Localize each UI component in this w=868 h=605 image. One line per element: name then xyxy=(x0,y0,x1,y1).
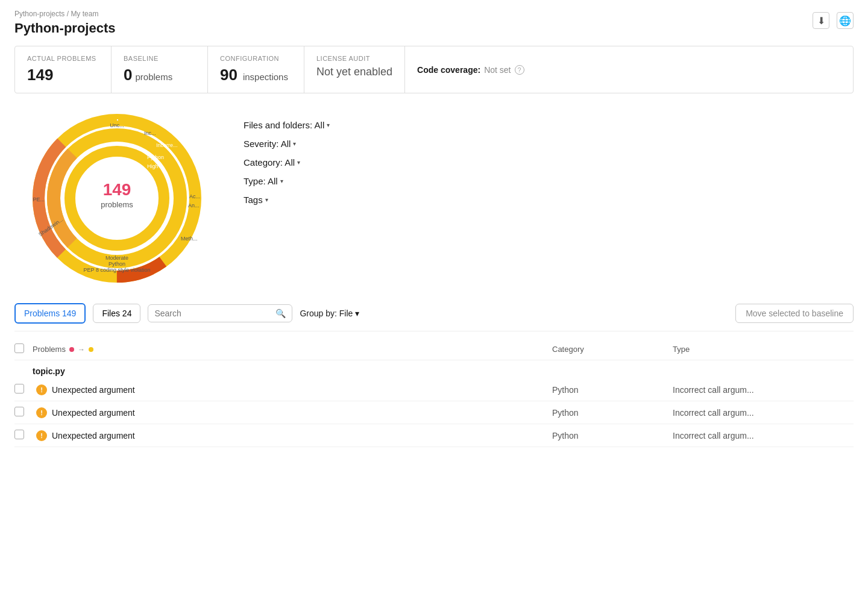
donut-center-label: problems xyxy=(101,200,133,209)
problem-name-3: Unexpected argument xyxy=(52,431,135,440)
col-problems-header: Problems → xyxy=(33,345,552,354)
globe-icon[interactable]: 🌐 xyxy=(837,12,854,29)
severity-icon-3: ! xyxy=(36,430,47,441)
license-block: LICENSE AUDIT Not yet enabled xyxy=(304,46,405,93)
code-coverage-block: Code coverage: Not set ? xyxy=(405,46,853,93)
move-baseline-button[interactable]: Move selected to baseline xyxy=(735,304,854,323)
actual-problems-label: ACTUAL PROBLEMS xyxy=(27,55,99,62)
label-high: High xyxy=(147,163,159,169)
code-coverage-label: Code coverage: xyxy=(417,65,480,75)
donut-container: PEP 8 coding style violation Python Mode… xyxy=(27,108,207,289)
chevron-groupby-icon: ▾ xyxy=(355,309,359,318)
label-unc: Unc... xyxy=(110,122,124,128)
search-icon: 🔍 xyxy=(275,309,286,318)
label-incorre: Incorre... xyxy=(156,142,178,148)
problem-category-3: Python xyxy=(552,431,673,440)
chart-area: PEP 8 coding style violation Python Mode… xyxy=(14,108,219,289)
filter-category: Category: All ▾ xyxy=(244,157,854,168)
col-category-header: Category xyxy=(552,345,673,354)
filter-tags-label: Tags xyxy=(244,195,263,205)
license-label: LICENSE AUDIT xyxy=(316,55,392,62)
filter-type-label: Type: All xyxy=(244,176,278,186)
baseline-sub: problems xyxy=(135,72,172,82)
problem-name-1: Unexpected argument xyxy=(52,385,135,395)
configuration-sub: inspections xyxy=(243,72,288,82)
label-python-bottom: Python xyxy=(108,261,125,267)
license-value: Not yet enabled xyxy=(316,66,392,78)
chevron-tags-icon: ▾ xyxy=(265,196,268,203)
chevron-files-icon: ▾ xyxy=(327,122,330,128)
configuration-block: CONFIGURATION 90 inspections xyxy=(208,46,304,93)
help-icon[interactable]: ? xyxy=(515,65,524,75)
label-inc: Inc... xyxy=(144,130,156,136)
filter-tags: Tags ▾ xyxy=(244,195,854,205)
col-type-header: Type xyxy=(673,345,854,354)
filter-severity: Severity: All ▾ xyxy=(244,139,854,149)
filter-files: Files and folders: All ▾ xyxy=(244,120,854,130)
actual-problems-block: ACTUAL PROBLEMS 149 xyxy=(15,46,112,93)
filter-category-label: Category: All xyxy=(244,157,295,168)
problem-type-3: Incorrect call argum... xyxy=(673,431,854,440)
breadcrumb: Python-projects / My team xyxy=(14,10,854,18)
filter-type-link[interactable]: Type: All ▾ xyxy=(244,176,283,186)
table-row: ! Unexpected argument Python Incorrect c… xyxy=(14,401,854,424)
row-checkbox-2[interactable] xyxy=(14,407,24,416)
toolbar: Problems 149 Files 24 🔍 Group by: File ▾… xyxy=(14,303,854,331)
donut-svg: PEP 8 coding style violation Python Mode… xyxy=(27,108,207,289)
actual-problems-value: 149 xyxy=(27,66,99,84)
stats-row: ACTUAL PROBLEMS 149 BASELINE 0 problems … xyxy=(14,46,854,93)
severity-icon-1: ! xyxy=(36,384,47,395)
problem-type-1: Incorrect call argum... xyxy=(673,385,854,395)
file-group-label: topic.py xyxy=(14,360,854,378)
label-ac: Ac... xyxy=(189,193,200,199)
row-checkbox-3[interactable] xyxy=(14,430,24,439)
groupby-label: Group by: File xyxy=(300,309,353,318)
problem-name-2: Unexpected argument xyxy=(52,408,135,418)
baseline-block: BASELINE 0 problems xyxy=(112,46,208,93)
label-meth: Meth... xyxy=(181,236,198,242)
main-content: PEP 8 coding style violation Python Mode… xyxy=(14,108,854,289)
filter-severity-link[interactable]: Severity: All ▾ xyxy=(244,139,296,149)
tab-problems-button[interactable]: Problems 149 xyxy=(14,303,86,324)
filter-severity-label: Severity: All xyxy=(244,139,291,149)
table-row: ! Unexpected argument Python Incorrect c… xyxy=(14,424,854,447)
severity-icon-2: ! xyxy=(36,407,47,418)
filter-tags-link[interactable]: Tags ▾ xyxy=(244,195,268,205)
arrow-right-icon: → xyxy=(78,345,85,354)
label-python-top: Python xyxy=(147,154,164,160)
baseline-label: BASELINE xyxy=(124,55,195,62)
filter-files-link[interactable]: Files and folders: All ▾ xyxy=(244,120,330,130)
problem-type-2: Incorrect call argum... xyxy=(673,408,854,418)
groupby-button[interactable]: Group by: File ▾ xyxy=(300,309,359,318)
configuration-label: CONFIGURATION xyxy=(220,55,292,62)
page-title: Python-projects xyxy=(14,20,854,36)
filter-files-label: Files and folders: All xyxy=(244,120,324,130)
search-input[interactable] xyxy=(154,309,272,318)
table-row: ! Unexpected argument Python Incorrect c… xyxy=(14,378,854,401)
configuration-num: 90 xyxy=(220,66,237,84)
row-checkbox-1[interactable] xyxy=(14,384,24,393)
chevron-severity-icon: ▾ xyxy=(293,140,296,147)
chevron-type-icon: ▾ xyxy=(280,178,283,184)
label-moderate: Moderate xyxy=(105,255,128,261)
label-pe: PE... xyxy=(33,196,45,202)
select-all-checkbox[interactable] xyxy=(14,343,24,353)
filter-type: Type: All ▾ xyxy=(244,176,854,186)
donut-center-num: 149 xyxy=(103,180,131,199)
problem-category-2: Python xyxy=(552,408,673,418)
label-pep8: PEP 8 coding style violation xyxy=(84,267,151,273)
dot-red-icon xyxy=(69,347,74,352)
tab-files-button[interactable]: Files 24 xyxy=(93,304,140,323)
problem-category-1: Python xyxy=(552,385,673,395)
dot-yellow-icon xyxy=(89,347,93,352)
label-an: An... xyxy=(188,202,200,208)
code-coverage-value: Not set xyxy=(484,65,511,75)
filter-category-link[interactable]: Category: All ▾ xyxy=(244,157,300,168)
download-icon[interactable]: ⬇ xyxy=(813,12,829,29)
baseline-value: 0 xyxy=(124,66,132,84)
col-problems-label: Problems xyxy=(33,345,66,354)
table-header: Problems → Category Type xyxy=(14,339,854,360)
filters-area: Files and folders: All ▾ Severity: All ▾… xyxy=(244,108,854,289)
chevron-category-icon: ▾ xyxy=(297,159,300,166)
search-input-wrap: 🔍 xyxy=(148,304,292,322)
